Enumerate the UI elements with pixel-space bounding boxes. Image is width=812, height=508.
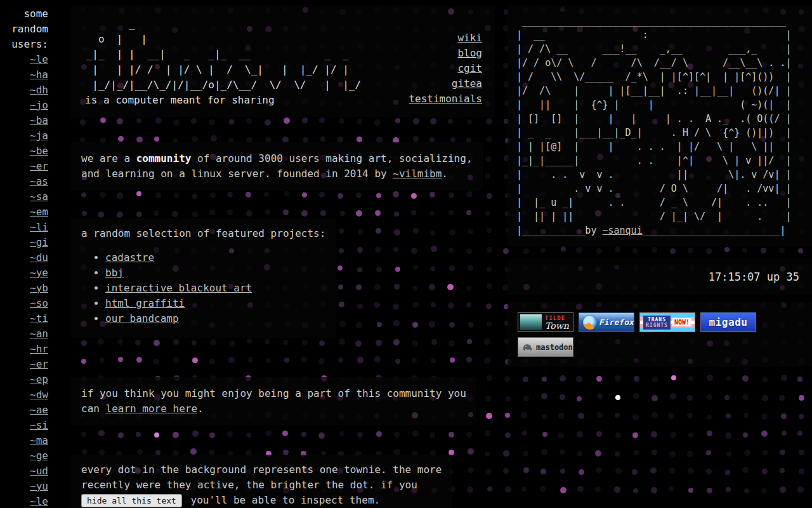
project-link-our-bandcamp[interactable]: our bandcamp bbox=[105, 312, 179, 324]
townie-dot bbox=[632, 469, 638, 475]
nav-link-blog[interactable]: blog bbox=[409, 46, 482, 61]
sidebar-user-link[interactable]: ~ge bbox=[0, 448, 48, 464]
sidebar-user-link[interactable]: ~dh bbox=[0, 83, 48, 98]
art-credit-prefix: |___________by bbox=[516, 225, 602, 236]
firefox-badge[interactable]: Firefox bbox=[579, 312, 634, 332]
townie-dot bbox=[761, 488, 766, 493]
sidebar-user-link[interactable]: ~jo bbox=[0, 98, 48, 113]
townie-dot bbox=[742, 375, 749, 382]
sidebar-user-link[interactable]: ~gi bbox=[0, 235, 48, 250]
sidebar-user-link[interactable]: ~si bbox=[0, 418, 48, 433]
sidebar-user-link[interactable]: ~ep bbox=[0, 372, 48, 387]
townie-dot bbox=[797, 431, 802, 436]
townie-dot bbox=[670, 432, 676, 438]
townie-dot bbox=[577, 431, 583, 438]
sidebar-user-link[interactable]: ~er bbox=[0, 357, 48, 372]
project-link-bbj[interactable]: bbj bbox=[105, 267, 124, 279]
dots-note-text: you'll be able to inspect them. bbox=[185, 494, 380, 506]
mastodon-badge[interactable]: mastodon bbox=[518, 337, 573, 357]
sidebar-user-link[interactable]: ~li bbox=[0, 220, 48, 235]
sidebar-user-link[interactable]: ~du bbox=[0, 250, 48, 265]
nav-link-cgit[interactable]: cgit bbox=[409, 61, 482, 76]
learn-more-link[interactable]: learn more here bbox=[106, 403, 198, 415]
townie-dot bbox=[726, 487, 731, 492]
projects-title: a random selection of featured projects: bbox=[81, 226, 325, 241]
project-link-html-graffiti[interactable]: html graffiti bbox=[105, 297, 185, 309]
vilmibm-link[interactable]: ~vilmibm bbox=[393, 168, 442, 180]
townie-dot bbox=[706, 450, 711, 455]
migadu-badge[interactable]: migadu bbox=[700, 312, 756, 332]
site-nav: wiki blog cgit gitea testimonials bbox=[409, 17, 482, 108]
sidebar-user-link[interactable]: ~ae bbox=[0, 403, 48, 418]
townie-dot bbox=[742, 467, 749, 473]
townie-dot bbox=[558, 413, 565, 419]
townie-dot bbox=[633, 393, 639, 399]
townie-dot bbox=[762, 395, 768, 401]
sidebar-user-link[interactable]: ~le bbox=[0, 52, 48, 67]
sidebar-user-link[interactable]: ~le bbox=[0, 494, 48, 508]
sanqui-link[interactable]: ~sanqui bbox=[602, 225, 642, 236]
sidebar-user-link[interactable]: ~yu bbox=[0, 479, 48, 494]
right-column: ________________________________________… bbox=[508, 0, 812, 367]
sidebar-user-link[interactable]: ~ma bbox=[0, 433, 48, 448]
nav-link-wiki[interactable]: wiki bbox=[409, 30, 482, 46]
nav-link-testimonials[interactable]: testimonials bbox=[409, 91, 482, 107]
townie-dot bbox=[541, 449, 547, 455]
tilde-town-badge[interactable]: TILDE Town bbox=[518, 312, 573, 332]
project-list-item: our bandcamp bbox=[105, 311, 325, 326]
townie-dot bbox=[797, 486, 804, 493]
trans-rights-badge[interactable]: TRANS RIGHTS NOW! bbox=[639, 312, 695, 332]
townie-dot bbox=[688, 468, 694, 474]
townie-dot bbox=[576, 376, 582, 382]
townie-dot bbox=[744, 450, 750, 456]
townie-dot bbox=[503, 450, 509, 457]
join-text: . bbox=[197, 403, 204, 415]
townie-dot bbox=[761, 413, 768, 420]
sidebar-user-link[interactable]: ~er bbox=[0, 159, 48, 174]
trans-rights-badge-line2: RIGHTS bbox=[646, 323, 668, 328]
sidebar-heading-line: random bbox=[0, 22, 48, 37]
ascii-art-panel: ________________________________________… bbox=[508, 5, 812, 246]
townie-dot bbox=[726, 413, 731, 418]
townie-dot bbox=[595, 450, 601, 457]
sidebar-user-link[interactable]: ~so bbox=[0, 296, 48, 311]
townie-dot bbox=[558, 432, 564, 438]
project-link-cadastre[interactable]: cadastre bbox=[105, 251, 154, 264]
sidebar-user-link[interactable]: ~ti bbox=[0, 311, 48, 326]
sidebar-user-link[interactable]: ~an bbox=[0, 326, 48, 342]
sidebar-user-link[interactable]: ~yb bbox=[0, 281, 48, 296]
project-list-item: interactive blackout art bbox=[105, 281, 325, 296]
townie-dot bbox=[521, 486, 527, 491]
sidebar-user-link[interactable]: ~ye bbox=[0, 265, 48, 281]
sidebar-user-link[interactable]: ~em bbox=[0, 204, 48, 220]
townie-dot bbox=[632, 432, 638, 438]
sidebar-user-link[interactable]: ~ha bbox=[0, 67, 48, 83]
dots-note-text: every dot in the background represents o… bbox=[81, 464, 442, 476]
sidebar-user-link[interactable]: ~as bbox=[0, 174, 48, 189]
dots-note-text: recently were they active, the brighter … bbox=[81, 479, 417, 491]
hide-all-text-button[interactable]: hide all this text bbox=[81, 494, 182, 507]
townie-dot bbox=[688, 432, 693, 438]
nav-link-gitea[interactable]: gitea bbox=[409, 76, 482, 91]
project-link-interactive-blackout-art[interactable]: interactive blackout art bbox=[105, 282, 252, 294]
sidebar-user-link[interactable]: ~ja bbox=[0, 128, 48, 144]
sidebar-user-link[interactable]: ~sa bbox=[0, 189, 48, 204]
townie-dot bbox=[505, 486, 511, 493]
townie-dot bbox=[706, 469, 712, 474]
townie-dot bbox=[651, 431, 657, 438]
sidebar-user-link[interactable]: ~ud bbox=[0, 464, 48, 479]
project-list-item: bbj bbox=[105, 265, 325, 281]
sidebar-user-link[interactable]: ~be bbox=[0, 144, 48, 159]
townie-dot bbox=[523, 467, 529, 473]
sidebar-user-link[interactable]: ~ba bbox=[0, 113, 48, 128]
townie-dot bbox=[615, 451, 620, 457]
townie-dot bbox=[615, 395, 620, 400]
tilde-town-badge-top-label: TILDE bbox=[545, 315, 569, 321]
mastodon-elephant-icon bbox=[521, 341, 534, 354]
townie-dot bbox=[503, 468, 509, 474]
townie-dot bbox=[780, 468, 785, 473]
sidebar-user-link[interactable]: ~dw bbox=[0, 387, 48, 403]
sidebar-user-link[interactable]: ~hr bbox=[0, 342, 48, 357]
header-panel: _ o | | _|_ | | __| _ _|_ __ _ _ | | |/ … bbox=[71, 5, 495, 117]
townie-dot bbox=[763, 450, 768, 455]
